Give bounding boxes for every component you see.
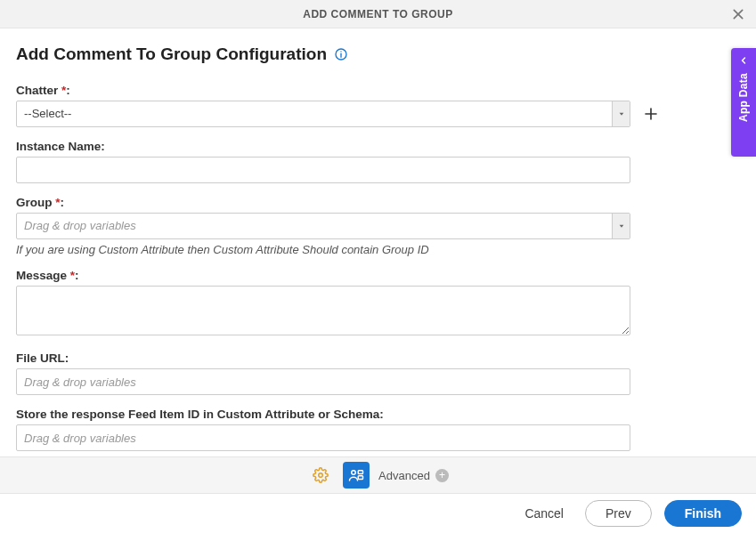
file-url-label: File URL: <box>16 351 740 365</box>
dialog-window: ADD COMMENT TO GROUP App Data Add Commen… <box>0 0 756 533</box>
chatter-select[interactable]: --Select-- <box>16 101 630 127</box>
label-colon: : <box>66 84 70 97</box>
drawer-label: App Data <box>737 73 750 122</box>
chevron-left-icon <box>738 55 749 66</box>
store-response-input[interactable] <box>16 424 630 451</box>
field-file-url: File URL: <box>16 351 740 395</box>
svg-point-4 <box>340 51 341 52</box>
advanced-toggle[interactable]: Advanced + <box>378 469 449 482</box>
field-chatter: Chatter *: --Select-- <box>16 84 740 127</box>
add-chatter-button[interactable] <box>639 102 663 125</box>
prev-button[interactable]: Prev <box>585 500 652 527</box>
label-colon: : <box>75 269 79 282</box>
group-label-text: Group <box>16 196 53 209</box>
settings-button[interactable] <box>307 462 334 489</box>
file-url-input[interactable] <box>16 368 630 395</box>
close-button[interactable] <box>728 4 749 25</box>
chevron-down-icon <box>612 101 630 126</box>
svg-marker-5 <box>619 113 623 116</box>
store-response-label: Store the response Feed Item ID in Custo… <box>16 408 740 421</box>
message-textarea[interactable] <box>16 286 630 335</box>
chevron-down-icon <box>612 214 630 238</box>
group-hint: If you are using Custom Attribute then C… <box>16 243 740 256</box>
svg-point-10 <box>352 471 356 475</box>
plus-circle-icon: + <box>435 469 449 482</box>
chatter-label: Chatter *: <box>16 84 740 97</box>
instance-name-label: Instance Name: <box>16 140 740 153</box>
close-icon <box>731 7 745 21</box>
chatter-label-text: Chatter <box>16 84 58 97</box>
message-label-text: Message <box>16 269 67 282</box>
finish-button[interactable]: Finish <box>664 500 742 527</box>
field-instance-name: Instance Name: <box>16 140 740 183</box>
titlebar: ADD COMMENT TO GROUP <box>0 0 756 28</box>
label-colon: : <box>61 196 65 209</box>
svg-marker-8 <box>619 225 623 228</box>
group-view-button[interactable] <box>343 462 370 489</box>
plus-icon <box>643 106 659 122</box>
message-label: Message *: <box>16 269 740 282</box>
chatter-selected-value: --Select-- <box>17 101 630 125</box>
group-label: Group *: <box>16 196 740 209</box>
page-title: Add Comment To Group Configuration <box>16 44 327 64</box>
bottom-toolbar: Advanced + <box>0 456 756 494</box>
page-heading: Add Comment To Group Configuration <box>16 44 740 64</box>
titlebar-title: ADD COMMENT TO GROUP <box>303 8 452 20</box>
content-area: Add Comment To Group Configuration Chatt… <box>0 28 756 451</box>
info-icon[interactable] <box>334 47 348 61</box>
people-icon <box>348 467 364 483</box>
svg-rect-11 <box>358 471 362 474</box>
app-data-drawer-tab[interactable]: App Data <box>731 48 756 157</box>
svg-rect-12 <box>358 476 362 480</box>
field-group: Group *: Drag & drop variables If you ar… <box>16 196 740 256</box>
group-placeholder: Drag & drop variables <box>17 214 630 238</box>
cancel-button[interactable]: Cancel <box>516 501 573 526</box>
chatter-row: --Select-- <box>16 101 740 127</box>
advanced-label: Advanced <box>378 469 430 482</box>
gear-icon <box>313 467 329 483</box>
instance-name-input[interactable] <box>16 157 630 183</box>
footer: Cancel Prev Finish <box>0 494 756 533</box>
group-select[interactable]: Drag & drop variables <box>16 213 630 239</box>
field-message: Message *: <box>16 269 740 339</box>
svg-point-9 <box>319 473 323 478</box>
field-store-response: Store the response Feed Item ID in Custo… <box>16 408 740 451</box>
